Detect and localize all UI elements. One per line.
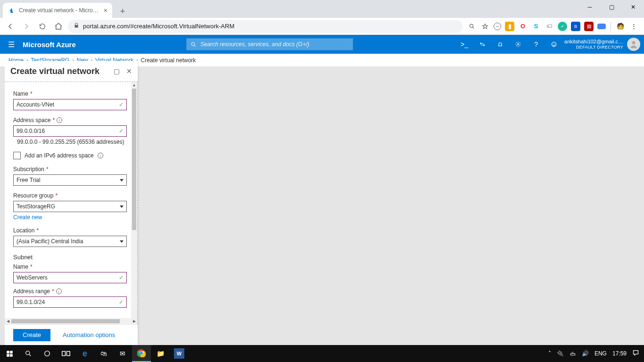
svg-point-11 xyxy=(26,351,30,355)
address-space-label: Address space*i xyxy=(13,117,127,123)
svg-rect-9 xyxy=(7,354,9,357)
volume-icon[interactable]: 🔊 xyxy=(582,350,589,357)
breadcrumb-current: Create virtual network xyxy=(141,57,196,64)
automation-options-link[interactable]: Automation options xyxy=(63,331,115,338)
star-icon[interactable] xyxy=(480,22,490,31)
settings-gear-icon[interactable] xyxy=(513,40,523,49)
ext-card-icon[interactable] xyxy=(597,24,606,29)
address-bar[interactable]: portal.azure.com/#create/Microsoft.Virtu… xyxy=(68,20,462,33)
scroll-right-icon[interactable]: ▶ xyxy=(131,318,137,324)
check-icon: ✓ xyxy=(119,299,124,305)
account-avatar-icon[interactable] xyxy=(627,38,640,51)
vertical-scrollbar[interactable]: ▲ ▼ xyxy=(131,82,137,324)
feedback-icon[interactable] xyxy=(549,40,559,49)
account-email: ankitshahi102@gmail.c… xyxy=(564,39,623,45)
resource-group-select[interactable]: TestStorageRG xyxy=(13,201,127,212)
windows-taskbar: e 🛍 ✉ 📁 W ˄ 🔌 🔊 ENG 17:59 xyxy=(0,345,644,362)
name-input[interactable]: Accounts-VNet ✓ xyxy=(13,99,127,110)
word-icon[interactable]: W xyxy=(174,348,184,359)
cloud-shell-icon[interactable]: >_ xyxy=(460,40,469,49)
menu-icon[interactable]: ⋮ xyxy=(629,22,638,31)
ext-opera-icon[interactable]: O xyxy=(518,22,528,31)
wifi-icon[interactable] xyxy=(570,350,576,358)
ext-bar-icon[interactable]: ▮ xyxy=(505,22,514,31)
svg-point-12 xyxy=(45,351,50,356)
svg-rect-17 xyxy=(570,354,575,355)
task-view-icon[interactable] xyxy=(57,345,75,362)
address-space-hint: 99.0.0.0 - 99.0.255.255 (65536 addresses… xyxy=(13,137,127,145)
help-icon[interactable]: ? xyxy=(531,40,541,49)
forward-button[interactable] xyxy=(20,20,33,33)
subnet-name-input[interactable]: WebServers ✓ xyxy=(13,272,127,283)
language-indicator[interactable]: ENG xyxy=(594,350,607,357)
subscription-select[interactable]: Free Trial xyxy=(13,174,127,186)
ext-green-icon[interactable]: ✓ xyxy=(558,22,567,31)
notifications-icon[interactable] xyxy=(495,40,505,49)
browser-titlebar: Create virtual network - Microsoft × + ─… xyxy=(0,0,644,18)
window-controls: ─ ▢ ✕ xyxy=(579,0,644,14)
info-icon[interactable]: i xyxy=(98,153,103,158)
search-taskbar-icon[interactable] xyxy=(19,345,38,362)
store-icon[interactable]: 🛍 xyxy=(94,345,113,362)
browser-tab[interactable]: Create virtual network - Microsoft × xyxy=(3,3,112,18)
horizontal-scrollbar[interactable]: ◀ ▶ xyxy=(5,318,137,324)
mail-icon[interactable]: ✉ xyxy=(113,345,132,362)
scroll-up-icon[interactable]: ▲ xyxy=(131,82,137,88)
ext-blue-b-icon[interactable]: B xyxy=(571,22,580,31)
directory-switch-icon[interactable] xyxy=(478,40,487,49)
ipv6-checkbox-row[interactable]: Add an IPv6 address space i xyxy=(13,152,127,159)
window-maximize-icon[interactable]: ▢ xyxy=(601,0,622,14)
create-button[interactable]: Create xyxy=(13,329,50,341)
ext-minus-icon[interactable]: – xyxy=(494,23,501,30)
subnet-section-heading: Subnet xyxy=(13,254,127,261)
brand-label[interactable]: Microsoft Azure xyxy=(23,41,85,49)
back-button[interactable] xyxy=(4,20,17,33)
close-blade-icon[interactable]: ✕ xyxy=(126,67,132,75)
account-info[interactable]: ankitshahi102@gmail.c… DEFAULT DIRECTORY xyxy=(564,39,627,50)
ext-tag-icon[interactable]: 🏷 xyxy=(545,22,554,31)
lock-icon xyxy=(74,23,79,30)
checkbox-icon[interactable] xyxy=(13,152,21,159)
home-button[interactable] xyxy=(52,20,65,33)
global-search-input[interactable]: Search resources, services, and docs (G+… xyxy=(186,38,353,50)
maximize-blade-icon[interactable]: ▢ xyxy=(114,67,120,75)
chrome-icon[interactable] xyxy=(132,345,151,362)
profile-avatar-icon[interactable]: 🧑 xyxy=(616,22,625,31)
ext-pdf-icon[interactable]: ▤ xyxy=(584,22,594,31)
new-tab-button[interactable]: + xyxy=(116,5,129,18)
form-area: Name* Accounts-VNet ✓ Address space*i 99… xyxy=(13,90,127,318)
svg-point-6 xyxy=(632,41,636,44)
menu-toggle-icon[interactable]: ☰ xyxy=(0,40,23,49)
svg-point-4 xyxy=(553,43,553,44)
check-icon: ✓ xyxy=(119,274,124,281)
address-space-input[interactable]: 99.0.0.0/16 ✓ xyxy=(13,125,127,137)
tab-close-icon[interactable]: × xyxy=(104,7,107,14)
start-button[interactable] xyxy=(0,345,19,362)
scroll-left-icon[interactable]: ◀ xyxy=(5,318,11,324)
file-explorer-icon[interactable]: 📁 xyxy=(151,345,170,362)
address-range-input[interactable]: 99.0.1.0/24 ✓ xyxy=(13,296,127,308)
info-icon[interactable]: i xyxy=(57,117,62,123)
battery-icon[interactable]: 🔌 xyxy=(557,350,564,357)
system-tray: ˄ 🔌 🔊 ENG 17:59 xyxy=(544,349,644,358)
window-close-icon[interactable]: ✕ xyxy=(622,0,644,14)
clock[interactable]: 17:59 xyxy=(612,350,627,357)
create-new-link[interactable]: Create new xyxy=(13,212,127,221)
ext-skype-icon[interactable]: S xyxy=(531,22,541,31)
location-select[interactable]: (Asia Pacific) Central India xyxy=(13,236,127,247)
url-text: portal.azure.com/#create/Microsoft.Virtu… xyxy=(83,23,234,30)
window-minimize-icon[interactable]: ─ xyxy=(579,0,601,14)
hscroll-thumb[interactable] xyxy=(11,319,120,323)
reload-button[interactable] xyxy=(36,20,49,33)
azure-header-icons: >_ ? xyxy=(454,40,564,49)
action-center-icon[interactable] xyxy=(632,349,639,358)
svg-rect-7 xyxy=(7,351,9,354)
info-icon[interactable]: i xyxy=(56,288,62,294)
name-label: Name* xyxy=(13,90,127,97)
scroll-thumb[interactable] xyxy=(132,89,136,230)
svg-point-5 xyxy=(554,43,555,44)
cortana-icon[interactable] xyxy=(38,345,57,362)
zoom-icon[interactable] xyxy=(467,22,477,31)
edge-icon[interactable]: e xyxy=(75,345,94,362)
tray-overflow-icon[interactable]: ˄ xyxy=(548,350,551,357)
